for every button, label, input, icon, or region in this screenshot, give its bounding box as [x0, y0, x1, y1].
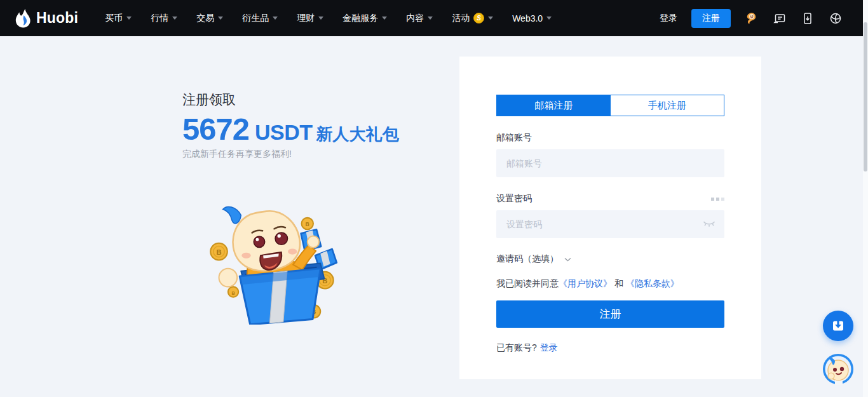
bitcoin-coin-icon: B [228, 286, 238, 297]
page-scrollbar[interactable] [863, 0, 868, 397]
chevron-down-icon [318, 17, 323, 20]
app-download-float-button[interactable] [823, 311, 853, 341]
nav-item-web3[interactable]: Web3.0 [512, 13, 552, 24]
app-download-icon[interactable] [801, 11, 815, 25]
top-navbar: Huobi 买币 行情 交易 衍生品 理财 金融服务 内容 活动S Web3.0… [0, 0, 868, 36]
has-account-row: 已有账号?登录 [496, 342, 724, 354]
chevron-down-icon [172, 17, 177, 20]
svg-text:B: B [306, 222, 309, 227]
user-agreement-link[interactable]: 《用户协议》 [559, 278, 612, 288]
invite-code-toggle[interactable]: 邀请码（选填） [496, 253, 724, 265]
chevron-down-icon [488, 17, 493, 20]
chevron-down-icon [126, 17, 132, 20]
brand-name: Huobi [36, 10, 78, 27]
promo-gift-text: 新人大礼包 [316, 123, 399, 145]
login-link-bottom[interactable]: 登录 [540, 342, 558, 353]
main-menu: 买币 行情 交易 衍生品 理财 金融服务 内容 活动S Web3.0 [105, 13, 552, 24]
language-globe-icon[interactable] [829, 11, 843, 25]
download-icon [830, 318, 846, 334]
chevron-down-icon [382, 17, 387, 20]
register-nav-button[interactable]: 注册 [691, 9, 731, 28]
nav-item-content[interactable]: 内容 [406, 13, 433, 24]
login-link[interactable]: 登录 [660, 13, 677, 24]
nav-right-actions: 登录 注册 [660, 9, 843, 28]
chevron-down-icon [273, 17, 278, 20]
chevron-down-icon [428, 17, 433, 20]
nav-item-earn[interactable]: 理财 [297, 13, 323, 24]
password-input[interactable] [496, 210, 724, 238]
support-mascot-avatar[interactable] [822, 353, 854, 385]
huobi-logo[interactable]: Huobi [15, 9, 78, 28]
scrollbar-thumb[interactable] [864, 22, 867, 172]
eye-closed-icon[interactable] [703, 220, 715, 228]
register-tabs: 邮箱注册 手机注册 [496, 95, 724, 116]
nav-item-buy-crypto[interactable]: 买币 [105, 13, 132, 24]
email-label: 邮箱账号 [496, 132, 532, 144]
bitcoin-coin-icon: B [302, 218, 313, 229]
promo-amount: 5672 [182, 114, 249, 145]
flame-icon [15, 9, 31, 28]
tab-phone-register[interactable]: 手机注册 [611, 95, 724, 116]
nav-item-activity[interactable]: 活动S [452, 13, 493, 24]
promo-currency: USDT [255, 120, 313, 145]
nav-item-derivatives[interactable]: 衍生品 [242, 13, 278, 24]
bitcoin-coin-icon: B [210, 243, 227, 260]
chevron-down-icon [546, 17, 552, 20]
agreement-text: 我已阅读并同意《用户协议》 和 《隐私条款》 [496, 278, 724, 290]
chevron-down-icon [218, 17, 223, 20]
promo-amount-line: 5672 USDT 新人大礼包 [182, 114, 399, 145]
nav-item-markets[interactable]: 行情 [151, 13, 177, 24]
mascot-illustration: B B B B B [205, 201, 341, 325]
svg-text:B: B [231, 291, 234, 296]
promo-headline: 注册领取 [182, 91, 399, 109]
gold-coin-icon: S [473, 13, 484, 24]
registration-panel: 邮箱注册 手机注册 邮箱账号 设置密码 邀请码（选填） [459, 57, 761, 379]
support-chat-icon[interactable] [773, 11, 787, 25]
nav-item-finance[interactable]: 金融服务 [342, 13, 387, 24]
email-input[interactable] [496, 149, 724, 177]
nav-item-trade[interactable]: 交易 [196, 13, 223, 24]
chevron-down-icon [564, 257, 571, 262]
mascot-icon[interactable] [745, 11, 759, 25]
promo-block: 注册领取 5672 USDT 新人大礼包 完成新手任务再享更多福利! [182, 91, 399, 160]
svg-text:B: B [216, 248, 221, 256]
promo-subtitle: 完成新手任务再享更多福利! [182, 149, 399, 160]
register-submit-button[interactable]: 注册 [496, 300, 724, 328]
privacy-terms-link[interactable]: 《隐私条款》 [626, 278, 679, 288]
tab-email-register[interactable]: 邮箱注册 [497, 95, 611, 116]
password-label: 设置密码 [496, 193, 532, 205]
password-strength-indicator [711, 198, 724, 201]
